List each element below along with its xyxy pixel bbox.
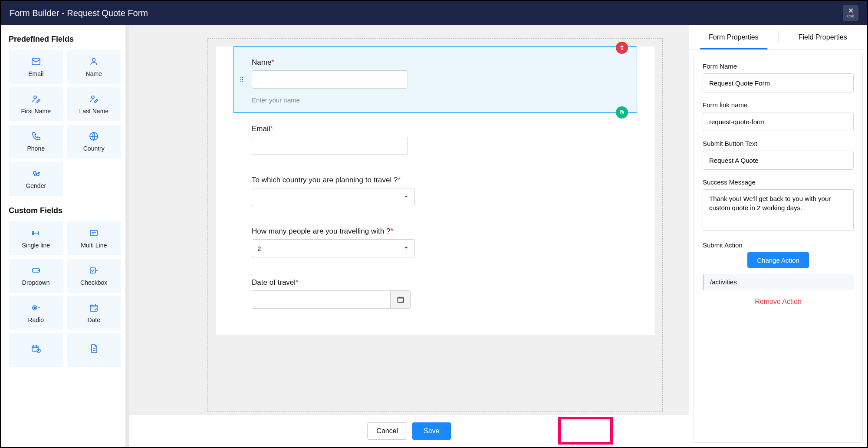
radio-icon — [31, 303, 41, 313]
main-layout: Predefined Fields Email Name First Name … — [1, 25, 867, 447]
field-datetime[interactable] — [9, 333, 63, 367]
field-label: To which country you are planning to tra… — [252, 176, 632, 184]
field-label: Dropdown — [22, 279, 50, 286]
field-label: Phone — [27, 145, 45, 152]
prop-submit-text-label: Submit Button Text — [703, 140, 854, 147]
prop-link-name-label: Form link name — [703, 101, 854, 109]
footer-bar: Cancel Save — [129, 414, 689, 447]
header-title: Form Builder - Request Quote Form — [10, 8, 148, 18]
email-input[interactable] — [252, 137, 408, 155]
prop-success-label: Success Message — [703, 178, 854, 186]
required-indicator: * — [390, 227, 393, 235]
form-field-people-q[interactable]: How many people are you travelling with … — [233, 215, 637, 267]
field-label: Email — [28, 70, 43, 77]
field-label: Gender — [26, 182, 46, 189]
multiline-icon — [89, 228, 99, 238]
field-date[interactable]: Date — [67, 296, 122, 330]
required-indicator: * — [271, 58, 274, 66]
field-label: Date of travel* — [252, 278, 632, 287]
field-gender[interactable]: Gender — [9, 162, 63, 196]
field-country[interactable]: Country — [67, 125, 122, 158]
remove-action-link[interactable]: Remove Action — [703, 298, 854, 306]
svg-point-5 — [33, 171, 36, 174]
user-icon — [89, 56, 99, 67]
form-field-name[interactable]: ⠿ Name* Enter your name — [233, 46, 637, 113]
properties-panel: Form Properties Field Properties Form Na… — [689, 25, 867, 447]
singleline-icon — [31, 228, 41, 238]
close-button[interactable]: ✕ esc — [843, 5, 858, 21]
tab-form-properties[interactable]: Form Properties — [689, 25, 778, 49]
svg-rect-0 — [32, 59, 40, 65]
globe-icon — [89, 131, 99, 142]
country-select[interactable] — [252, 188, 415, 206]
field-email[interactable]: Email — [9, 50, 63, 84]
form-link-input[interactable] — [703, 112, 854, 131]
cancel-button[interactable]: Cancel — [367, 422, 407, 440]
field-lastname[interactable]: Last Name — [67, 87, 122, 121]
field-phone[interactable]: Phone — [9, 125, 63, 158]
field-label: Radio — [28, 316, 44, 323]
delete-field-button[interactable] — [616, 42, 628, 54]
field-label: Email* — [252, 125, 632, 133]
field-label: Multi Line — [81, 242, 107, 249]
close-esc-label: esc — [847, 14, 854, 18]
field-multiline[interactable]: Multi Line — [67, 221, 122, 255]
success-message-input[interactable] — [703, 189, 854, 231]
tab-field-properties[interactable]: Field Properties — [779, 25, 868, 49]
date-input[interactable] — [252, 290, 391, 309]
change-action-button[interactable]: Change Action — [747, 252, 809, 268]
svg-rect-13 — [90, 305, 97, 311]
chevron-down-icon — [403, 245, 409, 252]
select-value: 2 — [257, 245, 261, 252]
field-radio[interactable]: Radio — [9, 296, 63, 330]
field-name[interactable]: Name — [67, 50, 122, 84]
form-field-email[interactable]: Email* — [233, 113, 637, 164]
checkbox-icon — [89, 265, 99, 276]
user-edit-icon — [31, 94, 41, 104]
field-label: Name — [86, 70, 102, 77]
helper-text: Enter your name — [252, 96, 632, 104]
field-singleline[interactable]: Single line — [9, 221, 63, 255]
svg-point-12 — [34, 307, 36, 309]
properties-body: Form Name Form link name Submit Button T… — [694, 54, 863, 443]
field-label: Single line — [22, 242, 50, 249]
close-icon: ✕ — [848, 8, 854, 14]
form-name-input[interactable] — [703, 73, 854, 92]
gender-icon — [31, 168, 41, 179]
name-input[interactable] — [252, 70, 408, 89]
form-field-country-q[interactable]: To which country you are planning to tra… — [233, 164, 637, 215]
field-label: Last Name — [79, 108, 108, 115]
field-label: Name* — [252, 58, 632, 67]
field-label: First Name — [21, 108, 51, 115]
svg-rect-8 — [90, 231, 97, 236]
form-canvas[interactable]: ⠿ Name* Enter your name Email* To which … — [207, 38, 663, 412]
custom-title: Custom Fields — [9, 206, 121, 215]
field-label: Country — [83, 145, 105, 152]
custom-grid: Single line Multi Line Dropdown Checkbox… — [9, 221, 121, 367]
people-select[interactable]: 2 — [252, 239, 415, 257]
properties-tabs: Form Properties Field Properties — [689, 25, 867, 49]
predefined-grid: Email Name First Name Last Name Phone Co… — [9, 50, 121, 196]
form-card: ⠿ Name* Enter your name Email* To which … — [216, 46, 654, 335]
prop-form-name-label: Form Name — [703, 63, 854, 70]
dropdown-icon — [31, 265, 41, 276]
form-field-date[interactable]: Date of travel* — [233, 267, 637, 318]
field-checkbox[interactable]: Checkbox — [67, 259, 122, 293]
field-firstname[interactable]: First Name — [9, 87, 63, 121]
date-icon — [89, 303, 99, 313]
fields-sidebar: Predefined Fields Email Name First Name … — [1, 25, 129, 447]
file-icon — [89, 343, 99, 354]
datetime-icon — [31, 343, 41, 354]
field-label: Date — [87, 316, 100, 323]
field-dropdown[interactable]: Dropdown — [9, 259, 63, 293]
svg-point-3 — [92, 96, 94, 99]
drag-handle-icon[interactable]: ⠿ — [240, 76, 243, 83]
canvas-wrap: ⠿ Name* Enter your name Email* To which … — [129, 25, 689, 447]
field-file[interactable] — [67, 333, 122, 367]
user-edit-icon — [89, 94, 99, 104]
phone-icon — [31, 131, 41, 142]
date-picker-button[interactable] — [391, 290, 411, 309]
save-button[interactable]: Save — [412, 422, 450, 440]
submit-text-input[interactable] — [703, 151, 854, 170]
required-indicator: * — [296, 278, 299, 287]
